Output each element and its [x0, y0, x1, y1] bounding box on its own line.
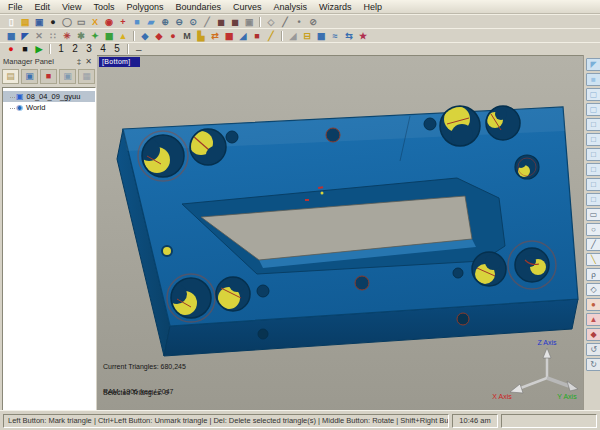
select-poly-icon[interactable]: ◇	[586, 283, 600, 296]
zoom-out-icon[interactable]: ⊖	[172, 16, 186, 28]
grid-red-icon[interactable]: ▦	[222, 30, 236, 42]
menu-curves[interactable]: Curves	[227, 1, 268, 13]
manager-tab-5[interactable]: ▦	[78, 69, 95, 84]
menu-wizards[interactable]: Wizards	[313, 1, 358, 13]
shade-sphere-icon[interactable]: ●	[586, 298, 600, 311]
select-lasso-icon[interactable]: ρ	[586, 268, 600, 281]
viewport-3d[interactable]: Z Axis X Axis Y Axis [Bottom] Current Tr…	[97, 55, 584, 414]
arrows-orange-icon[interactable]: ⇄	[208, 30, 222, 42]
menu-polygons[interactable]: Polygons	[120, 1, 169, 13]
shade-mesh-icon[interactable]: ▲	[586, 313, 600, 326]
zoom-in-icon[interactable]: ⊕	[158, 16, 172, 28]
gear-icon[interactable]: ✱	[74, 30, 88, 42]
wave-icon[interactable]: ≈	[328, 30, 342, 42]
hole-bottom-right-1	[472, 252, 506, 286]
select-rect-icon[interactable]: ▭	[586, 208, 600, 221]
camera2-icon[interactable]: ◼	[228, 16, 242, 28]
preset-button-3[interactable]: 3	[82, 43, 96, 55]
clock-icon[interactable]: ◉	[102, 16, 116, 28]
view-cube-1-icon[interactable]: □	[586, 118, 600, 131]
save-icon[interactable]: ▣	[32, 16, 46, 28]
preset-button-4[interactable]: 4	[96, 43, 110, 55]
menu-view[interactable]: View	[56, 1, 87, 13]
pencil-yellow-icon[interactable]: ╱	[264, 30, 278, 42]
triangle-rgb-icon[interactable]: ▲	[116, 30, 130, 42]
sphere-icon[interactable]: ●	[46, 16, 60, 28]
menu-boundaries[interactable]: Boundaries	[169, 1, 227, 13]
monitor-icon[interactable]: ▦	[4, 30, 18, 42]
polygon-icon[interactable]: ◇	[264, 16, 278, 28]
menu-analysis[interactable]: Analysis	[268, 1, 314, 13]
menu-help[interactable]: Help	[358, 1, 389, 13]
repair-icon[interactable]: ◆	[152, 30, 166, 42]
zoom-window-icon[interactable]: ⊙	[186, 16, 200, 28]
menu-file[interactable]: File	[2, 1, 29, 13]
plate-model[interactable]	[117, 106, 578, 356]
rectangle-select-icon[interactable]: ▭	[74, 16, 88, 28]
select-line-icon[interactable]: ╱	[586, 238, 600, 251]
max-icon[interactable]: M	[180, 30, 194, 42]
fill-icon[interactable]: ✦	[88, 30, 102, 42]
rotate-right-icon[interactable]: ↻	[586, 358, 600, 371]
decimate-icon[interactable]: ◆	[138, 30, 152, 42]
bulldozer-icon[interactable]: ▙	[194, 30, 208, 42]
tree-item-model[interactable]: ▣ 08_04_09_gyuu	[3, 91, 95, 102]
menu-edit[interactable]: Edit	[29, 1, 57, 13]
open-folder-icon[interactable]: ▤	[18, 16, 32, 28]
new-document-icon[interactable]: ▯	[4, 16, 18, 28]
view-cube-5-icon[interactable]: □	[586, 178, 600, 191]
image-icon[interactable]: ▦	[314, 30, 328, 42]
layers-icon[interactable]: ⊟	[300, 30, 314, 42]
select-pencil-icon[interactable]: ╲	[586, 253, 600, 266]
view-cube-6-icon[interactable]: □	[586, 193, 600, 206]
disable-icon[interactable]: ⊘	[306, 16, 320, 28]
view-plane2-icon[interactable]: ▢	[586, 103, 600, 116]
camera-icon[interactable]: ◼	[214, 16, 228, 28]
wedge-gray-icon[interactable]: ◢	[286, 30, 300, 42]
delete-icon[interactable]: ✕	[32, 30, 46, 42]
view-perspective-icon[interactable]: ▰	[144, 16, 158, 28]
preset-button-5[interactable]: 5	[110, 43, 124, 55]
manager-tab-4[interactable]: ▣	[59, 69, 76, 84]
window-icon[interactable]: ▣	[242, 16, 256, 28]
play-button[interactable]: ▶	[32, 43, 46, 55]
measure-icon[interactable]: ╱	[200, 16, 214, 28]
rotate-left-icon[interactable]: ↺	[586, 343, 600, 356]
stop-button[interactable]: ■	[18, 43, 32, 55]
close-icon[interactable]: ✕	[83, 57, 94, 66]
grid-green-icon[interactable]: ▦	[102, 30, 116, 42]
view-cube-2-icon[interactable]: □	[586, 133, 600, 146]
box-red-icon[interactable]: ■	[250, 30, 264, 42]
view-plane1-icon[interactable]: ▢	[586, 88, 600, 101]
view-cube-3-icon[interactable]: □	[586, 148, 600, 161]
lasso-sphere-icon[interactable]: ◯	[60, 16, 74, 28]
dot-icon[interactable]: •	[292, 16, 306, 28]
select-circle-icon[interactable]: ○	[586, 223, 600, 236]
record-button[interactable]: ●	[4, 43, 18, 55]
half-square-icon[interactable]: ◢	[236, 30, 250, 42]
swap-arrows-icon[interactable]: ⇆	[342, 30, 356, 42]
view-iso-icon[interactable]: ◤	[586, 58, 600, 71]
view-flat-icon[interactable]: ■	[130, 16, 144, 28]
spray-icon[interactable]: ✳	[60, 30, 74, 42]
view-top-icon[interactable]: ■	[586, 73, 600, 86]
hole-bottom-left-2	[216, 276, 250, 311]
pen-icon[interactable]: ╱	[278, 16, 292, 28]
shade-flat-icon[interactable]: ◆	[586, 328, 600, 341]
fill-holes-icon[interactable]: ●	[166, 30, 180, 42]
preset-button-2[interactable]: 2	[68, 43, 82, 55]
crosshair-icon[interactable]: +	[116, 16, 130, 28]
manager-tab-3[interactable]: ■	[40, 69, 57, 84]
marquee-icon[interactable]: ∷	[46, 30, 60, 42]
preset-button-1[interactable]: 1	[54, 43, 68, 55]
tree-item-world[interactable]: ◉ World	[3, 102, 95, 113]
hourglass-icon[interactable]: X	[88, 16, 102, 28]
manager-tab-2[interactable]: ▣	[21, 69, 38, 84]
select-arrow-icon[interactable]: ◤	[18, 30, 32, 42]
view-cube-4-icon[interactable]: □	[586, 163, 600, 176]
manager-tab-1[interactable]: ▤	[2, 69, 19, 84]
menu-tools[interactable]: Tools	[87, 1, 120, 13]
small-hole	[355, 276, 369, 290]
pin-icon[interactable]: ‡	[75, 57, 83, 66]
star-red-icon[interactable]: ★	[356, 30, 370, 42]
